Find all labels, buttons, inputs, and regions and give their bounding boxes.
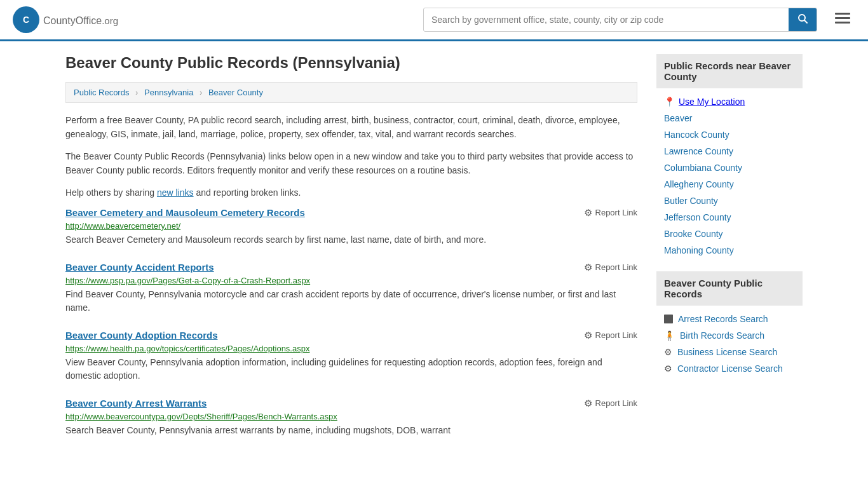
sidebar-nearby-item[interactable]: Allegheny County xyxy=(656,176,803,193)
sidebar-nearby-item[interactable]: Brooke County xyxy=(656,226,803,242)
new-links-link[interactable]: new links xyxy=(157,187,194,198)
nearby-item-link[interactable]: Jefferson County xyxy=(664,212,731,222)
sidebar-nearby-item[interactable]: Jefferson County xyxy=(656,209,803,226)
sidebar-record-link[interactable]: Contractor License Search xyxy=(677,363,783,374)
report-label: Report Link xyxy=(595,398,637,408)
record-title-link[interactable]: Beaver County Arrest Warrants xyxy=(65,398,207,409)
content-area: Beaver County Public Records (Pennsylvan… xyxy=(65,54,637,452)
breadcrumb-sep-2: › xyxy=(200,88,202,97)
description-3-post: and reporting broken links. xyxy=(194,187,301,198)
sidebar-record-item[interactable]: 🧍Birth Records Search xyxy=(656,327,803,344)
sidebar-nearby-title: Public Records near Beaver County xyxy=(656,54,803,88)
report-icon: ⚙ xyxy=(584,207,592,219)
nearby-items-list: BeaverHancock CountyLawrence CountyColum… xyxy=(656,110,803,259)
sidebar-record-item[interactable]: Arrest Records Search xyxy=(656,311,803,327)
nearby-item-link[interactable]: Mahoning County xyxy=(664,245,734,255)
record-url[interactable]: http://www.beavercountypa.gov/Depts/Sher… xyxy=(65,412,637,421)
record-item: Beaver County Adoption Records ⚙ Report … xyxy=(65,330,637,383)
svg-rect-5 xyxy=(835,17,850,19)
site-header: C CountyOffice.org xyxy=(0,0,868,41)
nearby-item-link[interactable]: Lawrence County xyxy=(664,146,733,156)
nearby-item-link[interactable]: Beaver xyxy=(664,113,692,123)
record-description: View Beaver County, Pennsylvania adoptio… xyxy=(65,356,637,383)
record-title-link[interactable]: Beaver Cemetery and Mausoleum Cemetery R… xyxy=(65,207,305,218)
sidebar-nearby-section: Public Records near Beaver County 📍 Use … xyxy=(656,54,803,259)
location-pin-icon: 📍 xyxy=(664,97,675,107)
sidebar-nearby-item[interactable]: Mahoning County xyxy=(656,242,803,259)
nearby-item-link[interactable]: Hancock County xyxy=(664,130,729,140)
search-button[interactable] xyxy=(789,8,817,31)
sidebar-records-section: Beaver County Public Records Arrest Reco… xyxy=(656,271,803,377)
record-title-link[interactable]: Beaver County Adoption Records xyxy=(65,330,217,341)
record-item: Beaver Cemetery and Mausoleum Cemetery R… xyxy=(65,207,637,247)
record-description: Search Beaver Cemetery and Mausoleum rec… xyxy=(65,233,637,247)
use-my-location-link[interactable]: Use My Location xyxy=(679,97,745,107)
person-icon: 🧍 xyxy=(664,330,675,341)
record-url[interactable]: http://www.beavercemetery.net/ xyxy=(65,221,637,231)
svg-rect-6 xyxy=(835,22,850,24)
sidebar-use-location[interactable]: 📍 Use My Location xyxy=(656,93,803,110)
sidebar-nearby-item[interactable]: Hancock County xyxy=(656,126,803,143)
breadcrumb-public-records[interactable]: Public Records xyxy=(74,88,129,97)
breadcrumb-pennsylvania[interactable]: Pennsylvania xyxy=(144,88,193,97)
record-item: Beaver County Arrest Warrants ⚙ Report L… xyxy=(65,398,637,437)
record-url[interactable]: https://www.psp.pa.gov/Pages/Get-a-Copy-… xyxy=(65,276,637,285)
breadcrumb-sep-1: › xyxy=(135,88,138,97)
sidebar-nearby-item[interactable]: Columbiana County xyxy=(656,159,803,176)
report-icon: ⚙ xyxy=(584,330,592,341)
record-url[interactable]: https://www.health.pa.gov/topics/certifi… xyxy=(65,344,637,353)
report-label: Report Link xyxy=(595,330,637,340)
report-icon: ⚙ xyxy=(584,398,592,409)
sidebar-record-link[interactable]: Arrest Records Search xyxy=(678,314,768,324)
logo-icon: C xyxy=(13,6,39,33)
nearby-item-link[interactable]: Brooke County xyxy=(664,229,723,239)
nearby-item-link[interactable]: Columbiana County xyxy=(664,163,742,173)
description-3: Help others by sharing new links and rep… xyxy=(65,186,637,200)
gear-icon: ⚙ xyxy=(664,363,672,374)
record-description: Find Beaver County, Pennsylvania motorcy… xyxy=(65,288,637,315)
search-input[interactable] xyxy=(424,10,789,30)
nearby-item-link[interactable]: Butler County xyxy=(664,196,718,206)
main-container: Beaver County Public Records (Pennsylvan… xyxy=(53,41,815,465)
sidebar-record-link[interactable]: Birth Records Search xyxy=(680,330,764,341)
report-icon: ⚙ xyxy=(584,262,592,273)
sidebar-nearby-item[interactable]: Beaver xyxy=(656,110,803,126)
nearby-item-link[interactable]: Allegheny County xyxy=(664,179,734,189)
sidebar: Public Records near Beaver County 📍 Use … xyxy=(656,54,803,452)
report-link[interactable]: ⚙ Report Link xyxy=(584,262,637,273)
sidebar-record-item[interactable]: ⚙Business License Search xyxy=(656,344,803,360)
report-label: Report Link xyxy=(595,208,637,217)
svg-line-3 xyxy=(804,20,807,23)
sidebar-nearby-item[interactable]: Butler County xyxy=(656,193,803,209)
menu-button[interactable] xyxy=(830,9,855,30)
logo-text: CountyOffice.org xyxy=(43,13,118,27)
svg-text:C: C xyxy=(23,15,29,25)
sidebar-records-title: Beaver County Public Records xyxy=(656,271,803,306)
record-title-link[interactable]: Beaver County Accident Reports xyxy=(65,262,214,273)
record-item: Beaver County Accident Reports ⚙ Report … xyxy=(65,262,637,315)
sidebar-nearby-item[interactable]: Lawrence County xyxy=(656,143,803,159)
description-2: The Beaver County Public Records (Pennsy… xyxy=(65,149,637,178)
record-description: Search Beaver County, Pennsylvania arres… xyxy=(65,424,637,437)
gear-icon: ⚙ xyxy=(664,347,672,357)
description-3-pre: Help others by sharing xyxy=(65,187,157,198)
breadcrumb-beaver-county[interactable]: Beaver County xyxy=(208,88,263,97)
search-bar xyxy=(423,8,817,32)
report-link[interactable]: ⚙ Report Link xyxy=(584,330,637,341)
square-icon xyxy=(664,315,673,323)
report-link[interactable]: ⚙ Report Link xyxy=(584,398,637,409)
svg-rect-4 xyxy=(835,13,850,15)
logo[interactable]: C CountyOffice.org xyxy=(13,6,118,33)
records-list: Beaver Cemetery and Mausoleum Cemetery R… xyxy=(65,207,637,437)
description-1: Perform a free Beaver County, PA public … xyxy=(65,113,637,142)
report-label: Report Link xyxy=(595,262,637,272)
sidebar-record-link[interactable]: Business License Search xyxy=(677,347,777,357)
breadcrumb: Public Records › Pennsylvania › Beaver C… xyxy=(65,82,637,103)
page-title: Beaver County Public Records (Pennsylvan… xyxy=(65,54,637,72)
sidebar-record-item[interactable]: ⚙Contractor License Search xyxy=(656,360,803,377)
sidebar-records-list: Arrest Records Search🧍Birth Records Sear… xyxy=(656,311,803,377)
report-link[interactable]: ⚙ Report Link xyxy=(584,207,637,219)
